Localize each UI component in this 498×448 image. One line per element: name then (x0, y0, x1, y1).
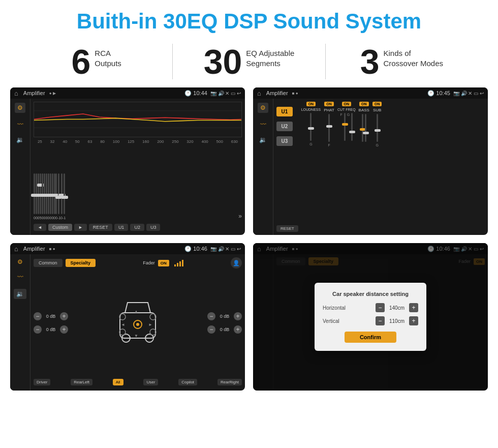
db-plus-tr[interactable]: + (234, 312, 242, 320)
stat-number-6: 6 (71, 44, 90, 79)
fader-main-panel: Common Specialty Fader ON 👤 (30, 254, 245, 391)
vertical-label: Vertical (323, 318, 339, 324)
reset-button[interactable]: RESET (89, 224, 112, 231)
cross-left-sidebar: ⚙ 〰 🔉 (253, 99, 273, 235)
all-btn[interactable]: All (113, 379, 123, 385)
stat-divider-1 (172, 44, 173, 79)
on-badge-sub[interactable]: ON (372, 102, 382, 106)
db-minus-br[interactable]: − (207, 325, 215, 334)
status-bar-2: ⌂ Amplifier ■ ● 🕐 10:45 📷 🔊 ✕ ▭ ↩ (253, 87, 488, 99)
amplifier-title-3: Amplifier (23, 246, 45, 252)
prev-button[interactable]: ◄ (34, 224, 46, 231)
fader-eq-icon[interactable]: ⚙ (17, 258, 23, 265)
screen-fader: ⌂ Amplifier ■ ● 🕐 10:46 📷 🔊 ✕ ▭ ↩ ⚙ 〰 🔉 … (10, 243, 245, 391)
horizontal-plus[interactable]: + (409, 303, 418, 312)
home-icon-3[interactable]: ⌂ (14, 245, 18, 253)
svg-text:▼: ▼ (134, 334, 138, 338)
eq-main-panel: 2532405063 80100125160200 25032040050063… (30, 99, 245, 235)
dots-1: ● ▶ (49, 91, 56, 96)
on-badge-bass[interactable]: ON (359, 102, 369, 106)
cross-wave-icon[interactable]: 〰 (260, 121, 266, 128)
cross-speaker-icon[interactable]: 🔉 (259, 136, 267, 143)
fader-db-right: − 0 dB + − 0 dB + (207, 272, 242, 374)
channels-area: ON LOUDNESS G ON PHAT (301, 102, 485, 232)
eq-controls: ◄ Custom ► RESET U1 U2 U3 (34, 222, 242, 232)
home-icon-2[interactable]: ⌂ (257, 89, 261, 97)
db-plus-tl[interactable]: + (60, 312, 68, 320)
common-tab[interactable]: Common (34, 259, 63, 267)
page-title: Buith-in 30EQ DSP Sound System (0, 0, 498, 39)
u3-select[interactable]: U3 (276, 136, 293, 146)
db-minus-tr[interactable]: − (207, 312, 215, 320)
u2-select[interactable]: U2 (276, 122, 293, 131)
cutfreq-sliders: F G (340, 113, 353, 141)
fader-speaker-icon[interactable]: 🔉 (14, 289, 26, 299)
fader-user-icon[interactable]: 👤 (231, 257, 242, 268)
amplifier-title-2: Amplifier (266, 90, 288, 96)
loudness-track1 (310, 113, 312, 141)
time-2: 🕐 10:45 (427, 90, 450, 97)
fader-left-sidebar: ⚙ 〰 🔉 (10, 254, 30, 391)
on-badge-phat[interactable]: ON (324, 102, 334, 106)
on-badge-loudness[interactable]: ON (306, 102, 316, 106)
horizontal-label: Horizontal (323, 305, 346, 311)
on-badge-cutfreq[interactable]: ON (342, 102, 352, 106)
db-plus-br[interactable]: + (234, 325, 242, 334)
horizontal-minus[interactable]: − (376, 303, 385, 312)
fader-body: − 0 dB + − 0 dB + (34, 272, 242, 374)
db-minus-bl[interactable]: − (34, 325, 42, 334)
status-bar-3: ⌂ Amplifier ■ ● 🕐 10:46 📷 🔊 ✕ ▭ ↩ (10, 243, 245, 254)
rearright-btn[interactable]: RearRight (217, 379, 242, 385)
eq-curve-svg (34, 102, 241, 137)
db-plus-bl[interactable]: + (60, 325, 68, 334)
driver-btn[interactable]: Driver (34, 379, 50, 385)
cross-eq-icon[interactable]: ⚙ (258, 103, 268, 113)
fbar4 (182, 260, 183, 266)
on-toggle-fader[interactable]: ON (158, 260, 169, 266)
fbar2 (177, 263, 178, 266)
u2-button[interactable]: U2 (130, 224, 144, 231)
specialty-tab[interactable]: Specialty (66, 259, 96, 267)
car-diagram-svg: ▲ ▼ ◄ ► (115, 297, 161, 348)
u3-button[interactable]: U3 (146, 224, 161, 231)
dialog-title: Car speaker distance setting (323, 291, 418, 297)
dialog-overlay: Car speaker distance setting Horizontal … (253, 243, 488, 391)
vertical-control: − 110cm + (376, 316, 418, 325)
eq-sliders: 0 0 0 5 0 (34, 146, 242, 222)
time-1: 🕐 10:44 (184, 90, 207, 97)
wave-icon[interactable]: 〰 (17, 121, 23, 128)
bass-sliders (362, 114, 366, 142)
stat-divider-2 (325, 44, 326, 79)
db-minus-tl[interactable]: − (34, 312, 42, 320)
horizontal-value: 140cm (387, 305, 407, 311)
svg-text:▲: ▲ (134, 309, 138, 314)
stats-row: 6 RCAOutputs 30 EQ AdjustableSegments 3 … (0, 39, 498, 87)
ch-label-sub: SUB (373, 108, 381, 112)
u1-select[interactable]: U1 (276, 107, 293, 116)
custom-button[interactable]: Custom (48, 224, 72, 231)
expand-icon[interactable]: » (238, 213, 242, 220)
eq-icon[interactable]: ⚙ (15, 103, 25, 113)
home-icon-1[interactable]: ⌂ (14, 89, 18, 97)
ch-label-loudness: LOUDNESS (301, 108, 321, 111)
svg-point-11 (136, 323, 139, 326)
crossover-main: U1 U2 U3 RESET ON LOUDNESS (273, 99, 488, 235)
next-button[interactable]: ► (74, 224, 87, 231)
rearleft-btn[interactable]: RearLeft (71, 379, 92, 385)
vertical-plus[interactable]: + (409, 316, 418, 325)
svg-text:►: ► (148, 322, 152, 327)
stat-desc-crossover: Kinds ofCrossover Modes (383, 44, 443, 68)
db-value-tr: 0 dB (217, 314, 232, 319)
user-btn[interactable]: User (143, 379, 158, 385)
status-icons-3: 📷 🔊 ✕ ▭ ↩ (210, 246, 241, 252)
fader-wave-icon[interactable]: 〰 (17, 274, 23, 281)
cross-reset-btn[interactable]: RESET (276, 225, 298, 232)
copilot-btn[interactable]: Copilot (178, 379, 197, 385)
vertical-minus[interactable]: − (376, 316, 385, 325)
stat-item-eq: 30 EQ AdjustableSegments (183, 44, 315, 79)
speaker-icon[interactable]: 🔉 (16, 136, 24, 143)
db-control-tl: − 0 dB + (34, 312, 68, 320)
confirm-button[interactable]: Confirm (345, 332, 396, 343)
u1-button[interactable]: U1 (114, 224, 129, 231)
eq-slider-15[interactable]: -1 (63, 173, 66, 220)
